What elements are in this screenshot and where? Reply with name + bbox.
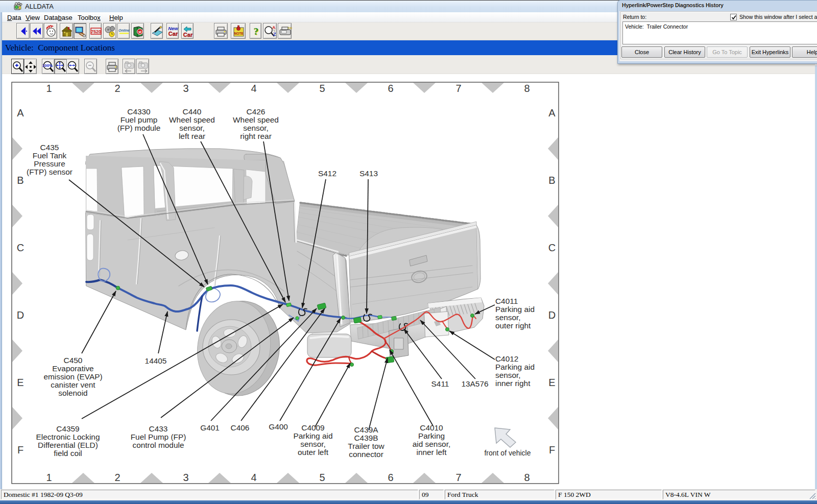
svg-text:13A576: 13A576 bbox=[461, 379, 488, 388]
svg-text:sensor,: sensor, bbox=[495, 313, 521, 322]
svg-text:(FP) module: (FP) module bbox=[117, 124, 161, 132]
svg-text:6: 6 bbox=[388, 83, 393, 94]
svg-text:100%: 100% bbox=[42, 63, 53, 68]
svg-text:st: st bbox=[138, 30, 142, 34]
svg-text:3: 3 bbox=[183, 83, 188, 94]
svg-text:C4011: C4011 bbox=[495, 297, 518, 305]
svg-text:outer right: outer right bbox=[495, 321, 531, 330]
svg-text:A: A bbox=[548, 107, 556, 118]
svg-text:7: 7 bbox=[455, 83, 461, 94]
svg-text:Differential (ELD): Differential (ELD) bbox=[38, 441, 98, 449]
svg-text:C4009: C4009 bbox=[301, 423, 324, 432]
svg-text:C: C bbox=[548, 242, 556, 253]
svg-text:B: B bbox=[548, 175, 555, 186]
svg-text:C435: C435 bbox=[40, 143, 59, 152]
svg-text:Parking aid: Parking aid bbox=[495, 363, 535, 371]
svg-text:1: 1 bbox=[46, 472, 52, 483]
svg-text:Fuel Tank: Fuel Tank bbox=[33, 151, 67, 160]
svg-text:F: F bbox=[17, 444, 23, 455]
svg-text:2: 2 bbox=[114, 472, 120, 483]
svg-text:field coil: field coil bbox=[54, 449, 82, 458]
svg-text:C440: C440 bbox=[183, 107, 202, 116]
svg-text:G401: G401 bbox=[200, 423, 220, 432]
svg-text:solenoid: solenoid bbox=[58, 389, 87, 397]
svg-text:1: 1 bbox=[46, 83, 52, 94]
svg-text:C4330: C4330 bbox=[127, 107, 150, 116]
svg-text:5: 5 bbox=[319, 472, 325, 483]
svg-text:sensor,: sensor, bbox=[179, 124, 205, 132]
svg-text:front of vehicle: front of vehicle bbox=[484, 449, 531, 457]
svg-text:Parking: Parking bbox=[418, 431, 445, 440]
svg-text:4: 4 bbox=[251, 83, 256, 94]
svg-text:D: D bbox=[548, 309, 556, 321]
svg-text:Electronic Locking: Electronic Locking bbox=[36, 433, 100, 441]
svg-text:5: 5 bbox=[319, 83, 325, 94]
svg-text:D: D bbox=[17, 309, 24, 321]
svg-text:sensor,: sensor, bbox=[300, 440, 326, 448]
svg-text:Trailer tow: Trailer tow bbox=[348, 442, 385, 450]
svg-text:6: 6 bbox=[388, 472, 393, 483]
svg-text:C406: C406 bbox=[231, 423, 250, 432]
svg-text:S413: S413 bbox=[359, 169, 378, 178]
svg-text:NOTE: NOTE bbox=[234, 32, 244, 35]
svg-text:C439A: C439A bbox=[354, 425, 378, 434]
svg-text:4: 4 bbox=[251, 472, 256, 483]
svg-text:connector: connector bbox=[349, 450, 383, 459]
svg-text:F: F bbox=[549, 444, 555, 455]
svg-text:C4012: C4012 bbox=[495, 354, 518, 363]
svg-text:sensor,: sensor, bbox=[243, 124, 269, 132]
svg-text:Fuel pump: Fuel pump bbox=[121, 115, 158, 124]
svg-text:canister vent: canister vent bbox=[51, 380, 95, 389]
svg-text:Wheel speed: Wheel speed bbox=[233, 115, 279, 124]
svg-text:C: C bbox=[17, 242, 24, 253]
svg-text:14405: 14405 bbox=[145, 356, 167, 365]
svg-text:E: E bbox=[548, 377, 555, 388]
svg-text:Parking aid: Parking aid bbox=[495, 305, 535, 314]
svg-text:S412: S412 bbox=[318, 169, 337, 178]
svg-text:FAX: FAX bbox=[288, 27, 292, 30]
svg-text:C4010: C4010 bbox=[420, 423, 443, 432]
svg-text:A: A bbox=[272, 25, 276, 30]
svg-text:Online: Online bbox=[118, 29, 130, 32]
svg-text:Car: Car bbox=[183, 32, 193, 38]
svg-text:inner left: inner left bbox=[416, 448, 447, 457]
svg-text:7520: 7520 bbox=[91, 29, 101, 34]
svg-text:Z: Z bbox=[273, 32, 276, 37]
svg-text:outer left: outer left bbox=[298, 448, 329, 457]
svg-text:S411: S411 bbox=[431, 379, 449, 388]
svg-text:3: 3 bbox=[183, 472, 188, 483]
svg-text:Pressure: Pressure bbox=[34, 159, 65, 168]
svg-text:Parking aid: Parking aid bbox=[294, 431, 333, 440]
svg-text:inner right: inner right bbox=[495, 379, 531, 388]
svg-text:Fuel Pump (FP): Fuel Pump (FP) bbox=[131, 433, 186, 441]
svg-text:C4359: C4359 bbox=[56, 424, 79, 433]
svg-text:8: 8 bbox=[524, 472, 530, 483]
svg-text:E: E bbox=[17, 377, 23, 388]
svg-text:right rear: right rear bbox=[240, 132, 272, 140]
svg-text:aid sensor,: aid sensor, bbox=[413, 440, 450, 448]
svg-text:G400: G400 bbox=[269, 422, 288, 431]
svg-text:control module: control module bbox=[133, 441, 184, 449]
svg-text:C426: C426 bbox=[247, 107, 266, 116]
svg-text:emission (EVAP): emission (EVAP) bbox=[43, 372, 102, 381]
svg-text:7: 7 bbox=[455, 472, 461, 483]
svg-text:A: A bbox=[17, 107, 24, 118]
svg-text:Car: Car bbox=[169, 31, 178, 37]
svg-text:B: B bbox=[17, 175, 23, 186]
svg-text:left rear: left rear bbox=[179, 132, 205, 140]
svg-text:C433: C433 bbox=[149, 424, 168, 433]
svg-text:(FTP) sensor: (FTP) sensor bbox=[27, 167, 73, 176]
svg-text:8: 8 bbox=[524, 83, 530, 94]
svg-text:2: 2 bbox=[114, 83, 120, 94]
svg-text:C439B: C439B bbox=[354, 434, 378, 442]
svg-text:C450: C450 bbox=[64, 356, 83, 365]
svg-text:Evaporative: Evaporative bbox=[52, 364, 93, 373]
svg-text:?: ? bbox=[254, 26, 259, 37]
svg-text:Wheel speed: Wheel speed bbox=[169, 115, 215, 124]
svg-text:sensor,: sensor, bbox=[495, 371, 521, 379]
